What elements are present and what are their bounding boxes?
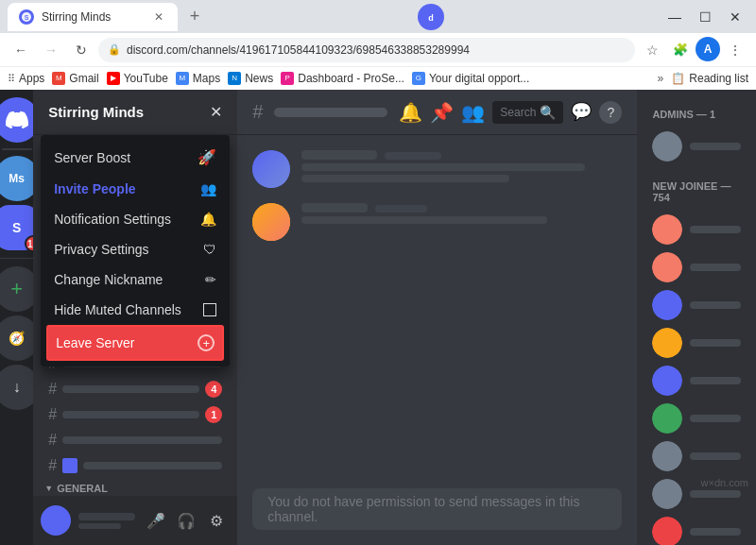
member-name-5 xyxy=(690,377,741,384)
notification-bell-button[interactable]: 🔔 xyxy=(399,101,422,124)
help-button[interactable]: ? xyxy=(599,101,622,124)
member-name-6 xyxy=(690,415,741,422)
active-tab[interactable]: S Stirring Minds ✕ xyxy=(8,3,178,31)
download-button[interactable]: ↓ xyxy=(0,365,33,410)
tab-close-button[interactable]: ✕ xyxy=(151,9,166,25)
gmail-icon: M xyxy=(52,72,65,85)
bookmark-youtube[interactable]: ▶ YouTube xyxy=(107,72,168,85)
channel-item-2[interactable]: # 4 xyxy=(41,377,230,401)
forward-button[interactable]: → xyxy=(38,37,64,63)
channel-item-3[interactable]: # 1 xyxy=(41,402,230,427)
deafen-button[interactable]: 🎧 xyxy=(173,507,199,534)
menu-item-change-nickname[interactable]: Change Nickname ✏ xyxy=(46,264,224,295)
extension-icon[interactable]: d xyxy=(418,4,444,30)
user-bar: 🎤 🎧 ⚙ xyxy=(33,496,237,545)
server-divider xyxy=(2,148,32,150)
server-header[interactable]: Stirring Minds ✕ xyxy=(33,90,237,135)
chat-search-text: Search xyxy=(500,106,536,119)
admin-member-1[interactable] xyxy=(644,128,748,165)
more-bookmarks-button[interactable]: » xyxy=(658,72,664,85)
menu-item-invite-people[interactable]: Invite People 👥 xyxy=(46,174,224,204)
server-icon-ms[interactable]: Ms xyxy=(0,156,33,201)
user-avatar xyxy=(41,505,71,536)
channel-item-5[interactable]: # xyxy=(41,453,230,478)
notification-settings-icon: 🔔 xyxy=(200,212,216,227)
channel-badge-3: 1 xyxy=(205,406,222,423)
member-1[interactable] xyxy=(644,211,748,248)
member-7[interactable] xyxy=(644,437,748,475)
apps-icon: ⠿ xyxy=(8,73,15,85)
more-button[interactable]: ⋮ xyxy=(722,37,748,63)
category-general[interactable]: ▼ GENERAL xyxy=(33,479,237,496)
svg-text:S: S xyxy=(25,14,29,21)
refresh-button[interactable]: ↻ xyxy=(68,37,94,63)
menu-label-leave-server: Leave Server xyxy=(56,335,134,350)
menu-label-change-nickname: Change Nickname xyxy=(54,272,163,287)
message-2-text xyxy=(301,216,547,224)
extensions-button[interactable]: 🧩 xyxy=(667,37,694,63)
menu-label-notification-settings: Notification Settings xyxy=(54,212,171,227)
pin-button[interactable]: 📌 xyxy=(430,101,454,124)
menu-item-hide-muted-channels[interactable]: Hide Muted Channels xyxy=(46,295,224,325)
server-header-close-icon: ✕ xyxy=(210,103,222,121)
member-avatar-2 xyxy=(652,252,682,282)
inbox-button[interactable]: 💬 xyxy=(571,101,592,124)
bookmark-apps[interactable]: ⠿ Apps xyxy=(8,72,44,85)
add-server-button[interactable]: + xyxy=(0,266,33,312)
back-button[interactable]: ← xyxy=(8,37,34,63)
close-button[interactable]: ✕ xyxy=(722,4,748,30)
menu-item-leave-server[interactable]: Leave Server + xyxy=(46,325,224,361)
user-info xyxy=(75,513,139,529)
member-3[interactable] xyxy=(644,286,748,324)
url-bar[interactable]: 🔒 discord.com/channels/41961710584410932… xyxy=(98,38,635,62)
menu-item-privacy-settings[interactable]: Privacy Settings 🛡 xyxy=(46,234,224,264)
maximize-button[interactable]: ☐ xyxy=(692,4,718,30)
user-bar-actions: 🎤 🎧 ⚙ xyxy=(143,507,230,534)
new-tab-button[interactable]: + xyxy=(181,4,208,30)
explore-button[interactable]: 🧭 xyxy=(0,315,33,361)
maps-icon: M xyxy=(176,72,189,85)
message-2-time xyxy=(375,205,427,213)
member-avatar-3 xyxy=(652,290,682,320)
user-status xyxy=(78,523,121,529)
youtube-icon: ▶ xyxy=(107,72,120,85)
bookmark-maps[interactable]: M Maps xyxy=(176,72,220,85)
message-2-author xyxy=(301,203,368,213)
reading-list-button[interactable]: 📋 Reading list xyxy=(671,72,748,85)
member-6[interactable] xyxy=(644,400,748,437)
member-4[interactable] xyxy=(644,324,748,362)
server-icon-stirring-minds[interactable]: S 12 xyxy=(0,205,33,250)
menu-item-notification-settings[interactable]: Notification Settings 🔔 xyxy=(46,204,224,234)
member-2[interactable] xyxy=(644,248,748,286)
svg-text:d: d xyxy=(428,13,434,23)
settings-button[interactable]: ⚙ xyxy=(203,507,230,534)
server-sidebar: Ms S 12 + 🧭 ↓ xyxy=(0,90,33,545)
reading-list-icon: 📋 xyxy=(671,72,685,85)
menu-item-server-boost[interactable]: Server Boost 🚀 xyxy=(46,141,224,174)
chat-search-bar[interactable]: Search 🔍 xyxy=(492,101,563,124)
user-name xyxy=(78,513,135,520)
minimize-button[interactable]: — xyxy=(662,4,688,30)
mute-button[interactable]: 🎤 xyxy=(143,507,169,534)
member-name-3 xyxy=(690,301,741,309)
channel-hash-icon-3: # xyxy=(48,406,57,423)
bookmark-dashboard[interactable]: P Dashboard - ProSe... xyxy=(281,72,404,85)
member-9[interactable] xyxy=(644,513,748,545)
category-arrow-icon: ▼ xyxy=(44,484,53,493)
channel-item-4[interactable]: # xyxy=(41,428,230,452)
bookmark-gmail[interactable]: M Gmail xyxy=(52,72,98,85)
member-5[interactable] xyxy=(644,362,748,400)
chat-hash-icon: # xyxy=(252,101,263,123)
profile-button[interactable]: A xyxy=(696,37,720,61)
bookmark-news[interactable]: N News xyxy=(228,72,273,85)
server-divider-2 xyxy=(0,258,33,259)
server-dropdown-menu: Server Boost 🚀 Invite People 👥 Notificat… xyxy=(41,135,230,366)
member-name-4 xyxy=(690,339,741,347)
browser-chrome: S Stirring Minds ✕ + d — ☐ ✕ ← → ↻ 🔒 dis… xyxy=(0,0,756,90)
channel-hash-icon-2: # xyxy=(48,381,57,398)
members-button[interactable]: 👥 xyxy=(461,101,485,124)
discord-home-button[interactable] xyxy=(0,97,33,143)
bookmark-google[interactable]: G Your digital opport... xyxy=(412,72,529,85)
bookmark-star-button[interactable]: ☆ xyxy=(639,37,665,63)
message-1-text-2 xyxy=(301,175,509,182)
